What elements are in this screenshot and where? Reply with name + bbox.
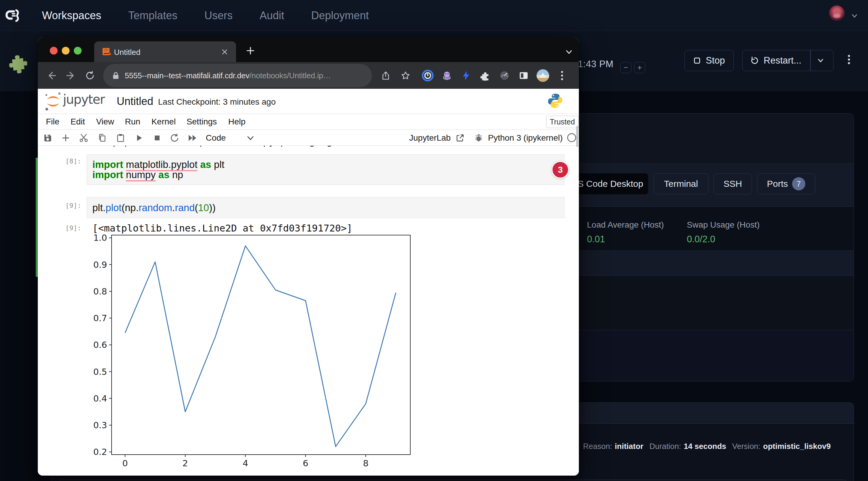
reload-icon[interactable] bbox=[81, 62, 100, 89]
swap-usage-label: Swap Usage (Host) bbox=[687, 220, 760, 230]
terminal-button[interactable]: Terminal bbox=[654, 173, 708, 194]
tab-search-chevron-icon[interactable] bbox=[565, 48, 573, 56]
cell8-input[interactable]: import matplotlib.pyplot as plt import n… bbox=[87, 154, 564, 185]
tab-close-icon[interactable] bbox=[221, 49, 228, 55]
add-cell-icon[interactable] bbox=[60, 130, 72, 146]
ports-button[interactable]: Ports 7 bbox=[757, 173, 815, 194]
jupyter-page: jupyter Untitled Last Checkpoint: 3 minu… bbox=[38, 89, 579, 476]
cut-cell-icon[interactable] bbox=[78, 130, 90, 146]
external-link-icon[interactable] bbox=[455, 130, 465, 146]
vscode-desktop-label: VS Code Desktop bbox=[572, 179, 643, 189]
svg-text:0: 0 bbox=[122, 458, 128, 469]
back-icon[interactable] bbox=[42, 62, 61, 89]
lightning-extension-icon[interactable] bbox=[457, 62, 476, 89]
workspace-more-menu-button[interactable] bbox=[846, 53, 851, 68]
menu-view[interactable]: View bbox=[96, 117, 114, 127]
stop-label: Stop bbox=[706, 55, 725, 66]
build-logs-box bbox=[59, 480, 847, 481]
stop-icon bbox=[693, 57, 701, 64]
browser-window: Untitled bbox=[38, 37, 579, 476]
user-menu-chevron-icon[interactable] bbox=[851, 12, 858, 19]
version-value: optimistic_liskov9 bbox=[763, 442, 831, 451]
notebook-title[interactable]: Untitled bbox=[117, 95, 153, 108]
collaborator-badge: 3 bbox=[552, 161, 569, 179]
paste-cell-icon[interactable] bbox=[115, 130, 127, 146]
close-window-button[interactable] bbox=[50, 47, 58, 55]
share-icon[interactable] bbox=[376, 62, 395, 89]
cell9-input[interactable]: plt.plot(np.random.rand(10)) bbox=[87, 197, 564, 218]
minimize-window-button[interactable] bbox=[62, 47, 70, 55]
interrupt-kernel-icon[interactable] bbox=[151, 130, 163, 146]
svg-text:8: 8 bbox=[363, 458, 368, 469]
schedule-decrease-button[interactable]: − bbox=[620, 62, 631, 73]
menu-edit[interactable]: Edit bbox=[70, 117, 85, 127]
cell-type-chevron-icon[interactable] bbox=[246, 130, 255, 146]
kernel-status-icon[interactable] bbox=[567, 133, 576, 142]
save-icon[interactable] bbox=[42, 130, 54, 146]
menu-file[interactable]: File bbox=[46, 117, 59, 127]
cell-type-select[interactable]: Code bbox=[206, 133, 226, 143]
trusted-button[interactable]: Trusted bbox=[546, 116, 579, 128]
debugger-bug-icon[interactable] bbox=[473, 130, 484, 146]
menu-run[interactable]: Run bbox=[125, 117, 141, 127]
jupyter-logo-icon[interactable] bbox=[45, 91, 61, 111]
svg-text:0.6: 0.6 bbox=[93, 340, 107, 350]
browser-titlebar[interactable]: Untitled bbox=[38, 37, 579, 62]
run-all-icon[interactable] bbox=[186, 130, 199, 146]
nav-item-templates[interactable]: Templates bbox=[128, 9, 177, 22]
svg-text:0.8: 0.8 bbox=[93, 286, 107, 296]
bookmark-star-icon[interactable] bbox=[396, 62, 415, 89]
jupyter-menubar: File Edit View Run Kernel Settings Help … bbox=[38, 114, 579, 130]
svg-text:0.9: 0.9 bbox=[93, 260, 107, 270]
octopus-extension-icon[interactable] bbox=[437, 62, 457, 89]
jupyterlab-link[interactable]: JupyterLab bbox=[409, 133, 451, 143]
menu-help[interactable]: Help bbox=[228, 117, 246, 127]
browser-tab[interactable]: Untitled bbox=[94, 41, 236, 62]
build-meta: Reason:initiator Duration:14 seconds Ver… bbox=[583, 442, 831, 451]
nav-item-deployment[interactable]: Deployment bbox=[311, 9, 369, 22]
svg-text:0.5: 0.5 bbox=[93, 367, 107, 377]
coder-logo-icon[interactable] bbox=[5, 8, 21, 23]
extensions-puzzle-icon[interactable] bbox=[476, 62, 495, 89]
restart-button[interactable]: Restart... bbox=[742, 50, 834, 71]
terminal-label: Terminal bbox=[664, 179, 698, 189]
restart-kernel-icon[interactable] bbox=[168, 130, 181, 146]
nav-item-workspaces[interactable]: Workspaces bbox=[42, 9, 101, 22]
url-path: /notebooks/Untitled.ip… bbox=[250, 71, 331, 80]
zoom-window-button[interactable] bbox=[74, 47, 82, 55]
onepassword-extension-icon[interactable] bbox=[418, 62, 437, 89]
browser-profile-avatar[interactable] bbox=[533, 62, 553, 89]
swap-usage-stat: Swap Usage (Host) 0.0/2.0 bbox=[687, 220, 760, 245]
green-accent-bar bbox=[36, 158, 38, 277]
copy-cell-icon[interactable] bbox=[96, 130, 108, 146]
menu-settings[interactable]: Settings bbox=[187, 117, 217, 127]
nav-item-users[interactable]: Users bbox=[204, 9, 232, 22]
nav-item-audit[interactable]: Audit bbox=[260, 9, 284, 22]
tab-title: Untitled bbox=[114, 48, 141, 57]
nav-menu: Workspaces Templates Users Audit Deploym… bbox=[42, 0, 369, 31]
browser-menu-kebab-icon[interactable] bbox=[553, 62, 572, 89]
restart-options-chevron-icon[interactable] bbox=[817, 57, 824, 64]
menu-kernel[interactable]: Kernel bbox=[152, 117, 176, 127]
stop-button[interactable]: Stop bbox=[684, 50, 734, 71]
kernel-name-label[interactable]: Python 3 (ipykernel) bbox=[488, 133, 563, 143]
cell8-input-prompt: [8]: bbox=[56, 157, 81, 165]
run-cell-icon[interactable] bbox=[133, 130, 145, 146]
ports-label: Ports bbox=[767, 179, 788, 189]
svg-text:6: 6 bbox=[303, 458, 308, 469]
sidebar-extension-icon[interactable] bbox=[514, 62, 533, 89]
new-tab-button[interactable] bbox=[246, 46, 255, 55]
svg-text:4: 4 bbox=[243, 458, 248, 469]
notebook-scrollbar-thumb[interactable] bbox=[576, 126, 578, 147]
gauge-extension-icon[interactable] bbox=[495, 62, 514, 89]
ssh-button[interactable]: SSH bbox=[714, 173, 752, 194]
forward-icon[interactable] bbox=[61, 62, 81, 89]
python-logo-icon bbox=[547, 92, 563, 110]
jupyter-wordmark[interactable]: jupyter bbox=[63, 92, 105, 107]
svg-text:0.2: 0.2 bbox=[93, 447, 107, 457]
user-avatar[interactable] bbox=[829, 5, 845, 21]
swap-usage-value: 0.0/2.0 bbox=[687, 234, 760, 245]
schedule-increase-button[interactable]: + bbox=[634, 62, 645, 73]
svg-text:2: 2 bbox=[182, 458, 188, 469]
address-bar[interactable]: 5555--main--test--matifali.atif.cdr.dev/… bbox=[103, 64, 372, 87]
